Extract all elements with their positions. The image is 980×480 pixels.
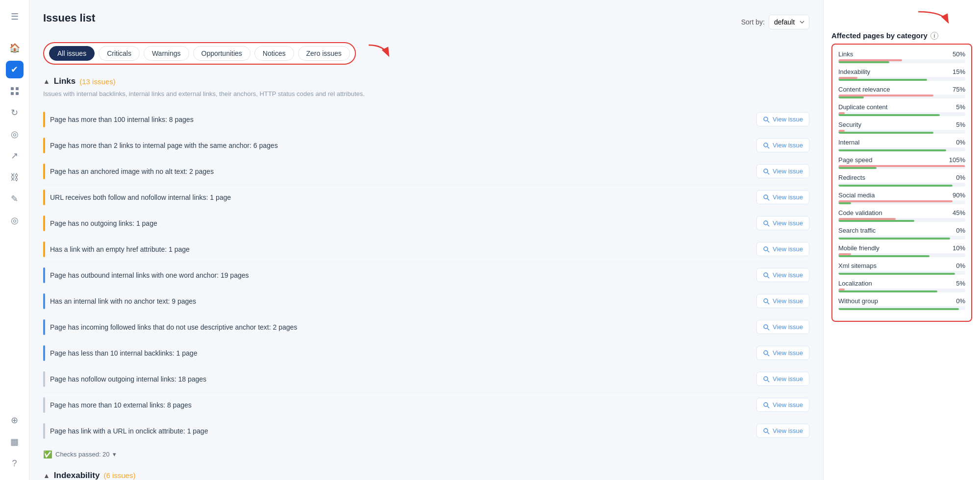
view-issue-button[interactable]: View issue	[756, 164, 809, 178]
category-row[interactable]: Internal 0%	[838, 139, 965, 151]
section-header-indexability[interactable]: ▲ Indexability (6 issues)	[43, 471, 809, 480]
view-issue-button[interactable]: View issue	[756, 216, 809, 230]
issue-text: Page has nofollow outgoing internal link…	[50, 375, 206, 383]
view-issue-button[interactable]: View issue	[756, 294, 809, 308]
issue-dot-gray	[43, 397, 45, 413]
category-row[interactable]: Xml sitemaps 0%	[838, 262, 965, 275]
issue-row: Page has less than 10 internal backlinks…	[43, 340, 809, 366]
issue-left: Page has less than 10 internal backlinks…	[43, 345, 197, 361]
issue-left: Page has more than 10 external links: 8 …	[43, 397, 192, 413]
category-percent: 0%	[956, 297, 965, 305]
checks-passed[interactable]: ✅ Checks passed: 20 ▾	[43, 450, 809, 459]
category-percent: 5%	[956, 103, 965, 111]
view-issue-button[interactable]: View issue	[756, 138, 809, 152]
grid-icon[interactable]	[6, 82, 24, 100]
category-row[interactable]: Code validation 45%	[838, 209, 965, 222]
svg-line-19	[768, 302, 770, 304]
category-name: Links	[838, 50, 853, 58]
category-percent: 45%	[953, 209, 965, 216]
target-icon[interactable]: ◎	[6, 212, 24, 229]
view-issue-button[interactable]: View issue	[756, 268, 809, 282]
svg-point-28	[764, 429, 768, 432]
category-row[interactable]: Social media 90%	[838, 192, 965, 204]
category-row[interactable]: Localization 5%	[838, 280, 965, 292]
view-issue-button[interactable]: View issue	[756, 398, 809, 412]
category-row[interactable]: Without group 0%	[838, 297, 965, 310]
issue-left: Page has incoming followed links that do…	[43, 319, 297, 335]
issue-row: Page has more than 10 external links: 8 …	[43, 392, 809, 418]
category-row[interactable]: Indexability 15%	[838, 68, 965, 81]
category-percent: 0%	[956, 227, 965, 234]
category-name: Security	[838, 121, 861, 128]
tab-notices[interactable]: Notices	[254, 46, 294, 61]
section-header-links[interactable]: ▲ Links (13 issues)	[43, 76, 809, 86]
issue-left: Page has an anchored image with no alt t…	[43, 164, 214, 179]
category-percent: 0%	[956, 139, 965, 146]
circle-icon[interactable]: ◎	[6, 125, 24, 143]
category-name: Duplicate content	[838, 103, 887, 111]
chevron-down-icon: ▾	[113, 451, 116, 458]
view-issue-button[interactable]: View issue	[756, 346, 809, 360]
issue-row: Page has nofollow outgoing internal link…	[43, 366, 809, 392]
category-bar	[838, 77, 965, 81]
view-issue-button[interactable]: View issue	[756, 320, 809, 334]
green-bar	[838, 79, 927, 81]
category-bar	[838, 95, 965, 98]
category-name: Indexability	[838, 68, 870, 75]
tab-all-issues[interactable]: All issues	[49, 46, 95, 61]
tab-opportunities[interactable]: Opportunities	[193, 46, 251, 61]
category-row[interactable]: Duplicate content 5%	[838, 103, 965, 116]
green-bar	[838, 220, 914, 222]
menu-icon[interactable]: ☰	[6, 8, 24, 25]
categories-list: Links 50% Indexability 15% Content relev…	[838, 50, 965, 310]
category-percent: 105%	[949, 156, 965, 164]
issue-left: Has a link with an empty href attribute:…	[43, 241, 190, 257]
search-icon	[763, 298, 770, 305]
category-bar	[838, 59, 965, 63]
home-icon[interactable]: 🏠	[6, 39, 24, 57]
search-icon	[763, 142, 770, 149]
view-issue-button[interactable]: View issue	[756, 424, 809, 438]
green-bar	[838, 61, 889, 63]
question-icon[interactable]: ?	[6, 455, 24, 472]
svg-point-22	[764, 351, 768, 355]
svg-point-14	[764, 247, 768, 251]
sort-select[interactable]: default	[769, 15, 809, 29]
search-icon	[763, 376, 770, 383]
search-icon	[763, 428, 770, 434]
green-bar	[838, 167, 877, 169]
search-icon	[763, 402, 770, 408]
filter-bar: All issues Criticals Warnings Opportunit…	[43, 42, 809, 65]
view-issue-button[interactable]: View issue	[756, 190, 809, 204]
card-icon[interactable]: ▦	[6, 433, 24, 451]
category-row[interactable]: Page speed 105%	[838, 156, 965, 169]
check-icon[interactable]: ✔	[6, 61, 24, 78]
chart-icon[interactable]: ↗	[6, 147, 24, 165]
refresh-icon[interactable]: ↻	[6, 104, 24, 121]
svg-line-15	[768, 250, 770, 252]
link-icon[interactable]: ⛓	[6, 168, 24, 186]
category-row[interactable]: Content relevance 75%	[838, 86, 965, 98]
plus-circle-icon[interactable]: ⊕	[6, 411, 24, 429]
view-issue-button[interactable]: View issue	[756, 242, 809, 256]
category-bar	[838, 271, 965, 275]
issue-row: Page has outbound internal links with on…	[43, 263, 809, 288]
category-row[interactable]: Security 5%	[838, 121, 965, 134]
category-row[interactable]: Redirects 0%	[838, 174, 965, 187]
indexability-section: ▲ Indexability (6 issues)	[43, 471, 809, 480]
category-name: Localization	[838, 280, 872, 287]
category-row[interactable]: Search traffic 0%	[838, 227, 965, 240]
category-bar	[838, 183, 965, 187]
content-area: Issues list Sort by: default All issues …	[29, 0, 823, 480]
view-issue-button[interactable]: View issue	[756, 372, 809, 386]
issue-dot-orange	[43, 241, 45, 257]
tab-criticals[interactable]: Criticals	[99, 46, 140, 61]
category-bar	[838, 200, 965, 204]
category-row[interactable]: Mobile friendly 10%	[838, 244, 965, 257]
tab-zero-issues[interactable]: Zero issues	[298, 46, 350, 61]
green-bar	[838, 96, 864, 98]
pen-icon[interactable]: ✎	[6, 190, 24, 208]
view-issue-button[interactable]: View issue	[756, 112, 809, 126]
category-row[interactable]: Links 50%	[838, 50, 965, 63]
tab-warnings[interactable]: Warnings	[144, 46, 189, 61]
